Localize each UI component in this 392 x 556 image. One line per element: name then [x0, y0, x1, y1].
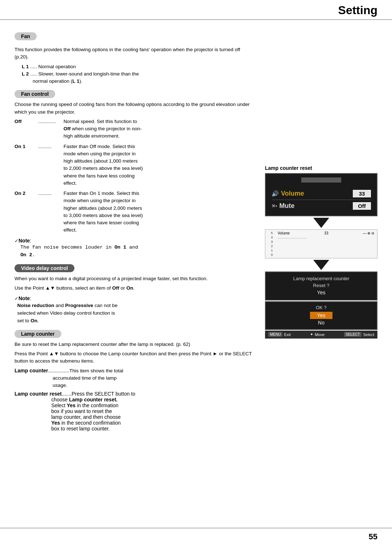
- note2-body: Noise reduction and Progressive can not …: [15, 302, 254, 325]
- fanctrl-on2: On 2 .......... Faster than On 1 mode. S…: [15, 190, 254, 234]
- volume-label: Volume: [281, 190, 304, 197]
- fan-list: L 1 ..... Normal operation L 2 ..... Slo…: [22, 63, 254, 85]
- note1-title: Note: [19, 238, 30, 244]
- volume-label-group: 🔊 Volume: [271, 190, 304, 197]
- left-column: Fan This function provides the following…: [15, 27, 254, 433]
- footer-select: SELECT Select: [344, 332, 374, 337]
- fanctrl-on1-term: On 1: [15, 143, 38, 150]
- fanctrl-on1: On 1 .......... Faster than Off mode. Se…: [15, 143, 254, 187]
- page-header: Setting: [0, 0, 392, 20]
- lamp-reset-def: Lamp counter reset.......Press the SELEC…: [15, 391, 254, 432]
- confirm-box-2: OK ? Yes No: [265, 301, 377, 330]
- move-key: ✦: [310, 332, 313, 337]
- note1-header: ✓Note:: [15, 238, 254, 244]
- fan-l2-def: ..... Slower, lower-sound and longish-ti…: [22, 71, 139, 84]
- fanctrl-intro: Choose the running speed of cooling fans…: [15, 101, 254, 116]
- fan-intro: This function provides the following opt…: [15, 46, 254, 61]
- footer-move: ✦ Move: [310, 332, 324, 337]
- fanctrl-list: Off ............. Normal speed. Set this…: [15, 118, 254, 234]
- fan-section: Fan: [15, 32, 254, 43]
- video-section: Video delay control: [15, 264, 254, 275]
- fan-l1-term: L 1: [22, 64, 29, 69]
- ss-volume-value: 33: [324, 231, 328, 235]
- ss-volume-label: Volume: [278, 231, 290, 235]
- note2-header: ✓Note:: [15, 295, 254, 301]
- video-intro2: Use the Point ▲▼ buttons, select an item…: [15, 285, 254, 292]
- ok-no-button[interactable]: No: [273, 320, 369, 326]
- confirm-title-1: Lamp replacement counter: [273, 276, 369, 281]
- lamp-header: Lamp counter: [15, 330, 61, 338]
- exit-key: MENU: [268, 332, 282, 337]
- fan-l1-def: ..... Normal operation: [30, 64, 76, 69]
- move-label: Move: [315, 332, 324, 337]
- footer-exit: MENU Exit: [268, 332, 291, 337]
- fanctrl-on1-dots: ..........: [38, 143, 64, 150]
- fan-l2-term: L 2: [22, 71, 29, 77]
- select-label: Select: [363, 332, 374, 337]
- mute-label: Mute: [279, 202, 295, 210]
- select-key: SELECT: [344, 332, 362, 337]
- fanctrl-on1-def: Faster than Off mode. Select thismode wh…: [64, 143, 143, 187]
- fanctrl-off-def: Normal speed. Set this function toOff wh…: [64, 118, 142, 140]
- volume-icon: 🔊: [271, 190, 279, 197]
- screenshot-volume-row: 🔊 Volume 33: [271, 188, 371, 200]
- screenshot-mute-row: ✕▪ Mute Off: [271, 200, 371, 212]
- ss-volume-row: Volume 33 — ⊕ ⊖: [278, 231, 374, 235]
- fanctrl-off-dots: .............: [38, 118, 64, 125]
- fanctrl-header: Fan control: [15, 90, 55, 98]
- note1-body: The fan noise becomes louder in On 1 and…: [15, 244, 254, 259]
- screenshot-volume-mute: 🔊 Volume 33 ✕▪ Mute Off: [265, 173, 377, 216]
- video-intro1: When you want to make a digital processi…: [15, 275, 254, 282]
- small-left-numbers: 5 4 3 2 1 0: [268, 231, 275, 257]
- fan-l1: L 1 ..... Normal operation: [22, 63, 254, 70]
- lamp-intro2: Press the Point ▲▼ buttons to choose the…: [15, 350, 254, 365]
- mute-value: Off: [353, 202, 371, 210]
- page-footer: 55: [0, 528, 392, 545]
- small-main: Volume 33 — ⊕ ⊖ ————————: [278, 231, 374, 240]
- note2: ✓Note: Noise reduction and Progressive c…: [15, 295, 254, 325]
- fanctrl-off-term: Off: [15, 118, 38, 125]
- fan-header: Fan: [15, 32, 37, 40]
- down-arrow-1: [313, 218, 329, 228]
- lamp-section: Lamp counter: [15, 330, 254, 341]
- confirm-option-yes-1[interactable]: Yes: [273, 290, 369, 295]
- lamp-counter-term: Lamp counter...............This item sho…: [15, 368, 123, 388]
- lamp-intro1: Be sure to reset the Lamp replacement co…: [15, 341, 254, 348]
- mute-label-group: ✕▪ Mute: [271, 202, 295, 210]
- fanctrl-on2-def: Faster than On 1 mode. Select thismode w…: [64, 190, 143, 234]
- volume-value: 33: [353, 190, 371, 197]
- fan-l2: L 2 ..... Slower, lower-sound and longis…: [22, 70, 254, 85]
- screenshot-top-bar: [301, 177, 341, 183]
- confirm-subtitle-1: Reset ?: [273, 283, 369, 288]
- page-number: 55: [369, 532, 377, 541]
- fanctrl-on2-dots: ..........: [38, 190, 64, 197]
- confirm-footer: MENU Exit ✦ Move SELECT Select: [265, 331, 377, 339]
- ss-bar-row: ————————: [278, 236, 374, 240]
- fanctrl-on2-term: On 2: [15, 190, 38, 197]
- lamp-reset-item: Lamp counter reset.......Press the SELEC…: [15, 391, 254, 432]
- fanctrl-off: Off ............. Normal speed. Set this…: [15, 118, 254, 140]
- lamp-counter-reset-label: Lamp counter reset: [265, 165, 377, 171]
- exit-label: Exit: [284, 332, 290, 337]
- main-content: Fan This function provides the following…: [0, 20, 392, 433]
- down-arrow-2: [313, 260, 329, 270]
- lamp-counter-item: Lamp counter...............This item sho…: [15, 367, 254, 389]
- arrow2: [265, 260, 377, 270]
- note1-checkmark: ✓: [15, 238, 19, 244]
- right-column: Lamp counter reset 🔊 Volume 33 ✕▪ Mute O…: [265, 27, 377, 433]
- ok-label: OK ?: [273, 305, 369, 310]
- note2-checkmark: ✓: [15, 296, 19, 301]
- confirm-box-1: Lamp replacement counter Reset ? Yes: [265, 271, 377, 301]
- ok-yes-button[interactable]: Yes: [310, 312, 333, 319]
- video-header: Video delay control: [15, 264, 74, 272]
- mute-icon: ✕▪: [271, 203, 277, 209]
- note2-title: Note: [19, 295, 30, 301]
- arrow1: [265, 218, 377, 228]
- note1: ✓Note: The fan noise becomes louder in O…: [15, 238, 254, 259]
- screenshot-small: 5 4 3 2 1 0 Volume 33 — ⊕ ⊖ ————————: [265, 229, 377, 258]
- fanctrl-section: Fan control: [15, 90, 254, 101]
- page-title: Setting: [338, 4, 377, 17]
